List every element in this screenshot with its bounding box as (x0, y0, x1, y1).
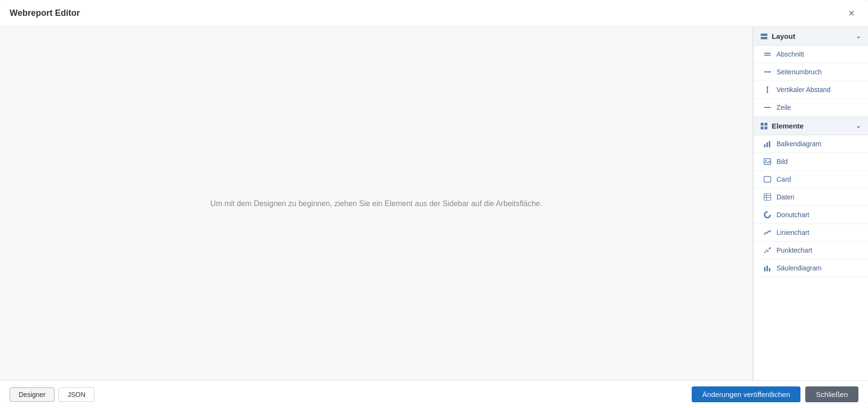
canvas-placeholder-text: Um mit dem Designen zu beginnen, ziehen … (210, 199, 542, 208)
close-button[interactable]: Schließen (805, 386, 858, 402)
punktechart-icon (763, 246, 772, 254)
modal-title: Webreport Editor (10, 8, 80, 18)
modal-body: Um mit dem Designen zu beginnen, ziehen … (0, 27, 868, 380)
tab-designer[interactable]: Designer (10, 387, 55, 402)
sidebar-item-zeile[interactable]: Zeile (754, 99, 868, 117)
svg-point-28 (767, 251, 769, 252)
sidebar-item-daten[interactable]: Daten (754, 188, 868, 206)
svg-rect-1 (761, 37, 767, 39)
sidebar-item-seitenumbruch[interactable]: Seitenumbruch (754, 63, 868, 81)
footer-tabs: Designer JSON (10, 387, 94, 402)
footer-actions: Änderungen veröffentlichen Schließen (692, 386, 858, 402)
bild-icon (763, 158, 772, 165)
sidebar-item-saeulendiagram[interactable]: Säulendiagram (754, 259, 868, 277)
elemente-section-label: Elemente (772, 122, 804, 130)
svg-rect-20 (764, 194, 771, 200)
svg-rect-14 (764, 144, 765, 147)
layout-chevron-icon: ⌄ (856, 32, 861, 40)
elemente-section-title: Elemente (760, 121, 856, 130)
balkendiagram-label: Balkendiagram (777, 140, 821, 148)
sidebar-item-linienchart[interactable]: Linienchart (754, 224, 868, 242)
seitenumbruch-label: Seitenumbruch (777, 68, 822, 76)
vertikaler-abstand-label: Vertikaler Abstand (777, 86, 831, 93)
svg-rect-33 (769, 268, 770, 271)
svg-marker-5 (770, 70, 771, 73)
modal-header: Webreport Editor × (0, 0, 868, 27)
svg-rect-10 (761, 123, 764, 126)
linienchart-label: Linienchart (777, 229, 810, 236)
svg-rect-3 (764, 55, 771, 56)
sidebar-item-punktechart[interactable]: Punktechart (754, 242, 868, 259)
canvas-area: Um mit dem Designen zu beginnen, ziehen … (0, 27, 753, 380)
svg-marker-8 (766, 92, 769, 93)
card-icon (763, 175, 772, 183)
donutchart-label: Donutchart (777, 211, 809, 219)
svg-rect-12 (761, 127, 764, 129)
svg-rect-31 (764, 267, 765, 271)
card-label: Card (777, 175, 791, 183)
svg-point-18 (765, 160, 767, 162)
elemente-chevron-icon: ⌄ (856, 122, 861, 129)
abschnitt-icon (763, 50, 772, 58)
sidebar-item-balkendiagram[interactable]: Balkendiagram (754, 135, 868, 153)
sidebar-item-vertikaler-abstand[interactable]: Vertikaler Abstand (754, 81, 868, 99)
svg-rect-15 (766, 142, 768, 147)
svg-rect-9 (764, 107, 771, 108)
linienchart-icon (763, 229, 772, 236)
tab-json[interactable]: JSON (58, 387, 94, 402)
elemente-items-list: Balkendiagram Bild (754, 135, 868, 277)
bild-label: Bild (777, 158, 788, 165)
sidebar: Layout ⌄ Abschnitt (753, 27, 868, 380)
zeile-label: Zeile (777, 104, 791, 111)
svg-rect-13 (765, 127, 767, 129)
svg-marker-7 (766, 86, 769, 87)
sidebar-item-card[interactable]: Card (754, 171, 868, 188)
layout-icon (760, 32, 768, 40)
svg-rect-0 (761, 34, 767, 36)
webreport-editor-modal: Webreport Editor × Um mit dem Designen z… (0, 0, 868, 408)
sidebar-item-bild[interactable]: Bild (754, 153, 868, 171)
layout-items-list: Abschnitt Seitenumbruch (754, 46, 868, 117)
daten-icon (763, 193, 772, 201)
svg-rect-2 (764, 53, 771, 54)
svg-point-25 (766, 213, 769, 216)
zeile-icon (763, 104, 772, 111)
modal-close-button[interactable]: × (845, 6, 858, 21)
svg-rect-11 (765, 123, 767, 126)
vertikaler-abstand-icon (763, 86, 772, 93)
saeulendiagram-icon (763, 264, 772, 272)
elemente-section-header[interactable]: Elemente ⌄ (754, 117, 868, 135)
layout-section-title: Layout (760, 32, 856, 40)
sidebar-item-abschnitt[interactable]: Abschnitt (754, 46, 868, 63)
abschnitt-label: Abschnitt (777, 50, 804, 58)
saeulendiagram-label: Säulendiagram (777, 264, 822, 272)
daten-label: Daten (777, 193, 794, 201)
layout-section-label: Layout (772, 32, 795, 40)
punktechart-label: Punktechart (777, 246, 812, 254)
seitenumbruch-icon (763, 68, 772, 76)
modal-footer: Designer JSON Änderungen veröffentlichen… (0, 380, 868, 408)
svg-rect-16 (769, 141, 770, 147)
sidebar-item-donutchart[interactable]: Donutchart (754, 206, 868, 224)
svg-point-27 (766, 250, 767, 251)
balkendiagram-icon (763, 140, 772, 148)
svg-point-30 (770, 247, 771, 249)
svg-rect-32 (766, 266, 768, 271)
svg-rect-19 (764, 176, 771, 182)
layout-section-header[interactable]: Layout ⌄ (754, 27, 868, 46)
publish-button[interactable]: Änderungen veröffentlichen (692, 386, 800, 402)
elemente-icon (760, 121, 768, 130)
donutchart-icon (763, 211, 772, 219)
